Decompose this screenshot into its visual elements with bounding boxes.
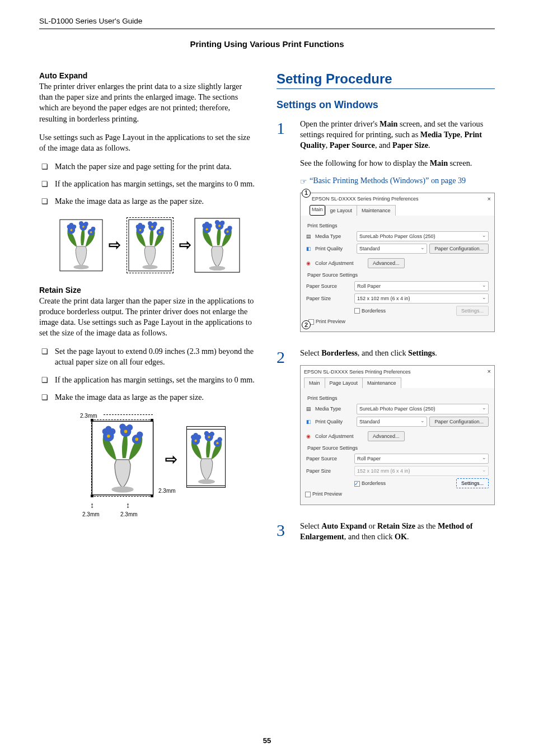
cross-reference-link[interactable]: ☞“Basic Printing Methods (Windows)” on p… xyxy=(300,175,495,186)
paper-configuration-button[interactable]: Paper Configuration... xyxy=(429,417,489,427)
print-quality-label: Print Quality xyxy=(315,418,354,425)
auto-expand-body2: Use settings such as Page Layout in the … xyxy=(39,132,257,153)
borderless-checkbox[interactable]: Borderless xyxy=(354,307,386,314)
retain-size-body: Create the print data larger than the pa… xyxy=(39,296,257,339)
step-text: See the following for how to display the… xyxy=(300,158,495,169)
step-2: 2 Select Borderless, and then click Sett… xyxy=(277,348,495,512)
paper-source-label: Paper Source xyxy=(306,283,352,290)
quality-icon: ◧ xyxy=(306,245,313,252)
media-type-select[interactable]: SureLab Photo Paper Gloss (250) xyxy=(357,231,489,241)
print-quality-select[interactable]: Standard xyxy=(357,417,427,427)
color-adjustment-label: Color Adjustment xyxy=(315,260,366,267)
measure-label: 2.3mm xyxy=(80,413,97,419)
setting-procedure-heading: Setting Procedure xyxy=(277,71,495,89)
measure-label: 2.3mm xyxy=(120,511,138,517)
list-item: Make the image data as large as the pape… xyxy=(39,392,257,403)
breadcrumb: SL-D1000 Series User's Guide xyxy=(39,17,495,29)
maintenance-tab[interactable]: Maintenance xyxy=(357,205,396,216)
list-item: Match the paper size and page setting fo… xyxy=(39,161,257,172)
arrow-icon: ⇨ xyxy=(164,451,179,468)
paper-configuration-button[interactable]: Paper Configuration... xyxy=(429,244,489,254)
measure-label: 2.3mm xyxy=(158,488,176,494)
color-icon: ◉ xyxy=(306,260,313,267)
color-icon: ◉ xyxy=(306,433,313,440)
vase-image xyxy=(194,217,240,273)
auto-expand-figure: ⇨ ⇨ xyxy=(39,217,257,273)
step-3: 3 Select Auto Expand or Retain Size as t… xyxy=(277,521,495,549)
maintenance-tab[interactable]: Maintenance xyxy=(362,377,401,388)
quality-icon: ◧ xyxy=(306,418,313,425)
step-text: Select Auto Expand or Retain Size as the… xyxy=(300,521,495,542)
step-number: 3 xyxy=(277,521,292,549)
settings-on-windows-heading: Settings on Windows xyxy=(277,99,495,111)
printing-preferences-screenshot: 1 2 EPSON SL-DXXXX Series Printing Prefe… xyxy=(300,193,495,332)
left-column: Auto Expand The printer driver enlarges … xyxy=(39,71,257,557)
retain-size-heading: Retain Size xyxy=(39,286,257,295)
step-text: Open the printer driver's Main screen, a… xyxy=(300,119,495,151)
list-item: Make the image data as large as the pape… xyxy=(39,196,257,207)
close-icon[interactable]: × xyxy=(488,195,491,203)
callout-1: 1 xyxy=(302,189,311,198)
advanced-button[interactable]: Advanced... xyxy=(368,258,405,268)
page-layout-tab[interactable]: Page Layout xyxy=(325,377,363,388)
borderless-checkbox[interactable]: Borderless xyxy=(354,480,386,487)
media-icon: ▤ xyxy=(306,405,313,412)
auto-expand-list: Match the paper size and page setting fo… xyxy=(39,161,257,207)
auto-expand-heading: Auto Expand xyxy=(39,71,257,80)
print-quality-label: Print Quality xyxy=(315,245,354,252)
advanced-button[interactable]: Advanced... xyxy=(368,431,405,441)
arrow-icon: ⇨ xyxy=(178,236,193,254)
group-title: Print Settings xyxy=(307,222,489,229)
print-quality-select[interactable]: Standard xyxy=(357,244,427,254)
media-type-label: Media Type xyxy=(315,405,354,412)
paper-size-label: Paper Size xyxy=(306,295,352,302)
page-layout-tab[interactable]: ge Layout xyxy=(325,205,358,216)
print-preview-checkbox[interactable]: Print Preview xyxy=(305,491,342,497)
media-type-select[interactable]: SureLab Photo Paper Gloss (250) xyxy=(357,404,489,414)
retain-size-list: Set the page layout to extend 0.09 inche… xyxy=(39,346,257,403)
paper-size-label: Paper Size xyxy=(306,468,352,474)
settings-button[interactable]: Settings... xyxy=(456,478,489,488)
list-item: If the application has margin settings, … xyxy=(39,179,257,189)
color-adjustment-label: Color Adjustment xyxy=(315,433,366,440)
paper-size-select[interactable]: 152 x 102 mm (6 x 4 in) xyxy=(354,293,489,304)
measure-label: 2.3mm xyxy=(82,511,100,517)
media-type-label: Media Type xyxy=(315,233,354,240)
paper-source-select[interactable]: Roll Paper xyxy=(354,454,489,464)
window-title: EPSON SL-DXXXX Series Printing Preferenc… xyxy=(304,368,411,375)
vase-image xyxy=(128,219,172,272)
paper-size-select[interactable]: 152 x 102 mm (6 x 4 in) xyxy=(354,466,489,476)
group-title: Paper Source Settings xyxy=(307,272,489,278)
media-icon: ▤ xyxy=(306,233,313,240)
page-number: 55 xyxy=(0,736,534,745)
main-tab[interactable]: Main xyxy=(310,205,325,216)
settings-button[interactable]: Settings... xyxy=(456,306,489,316)
right-column: Setting Procedure Settings on Windows 1 … xyxy=(277,71,495,557)
step-text: Select Borderless, and then click Settin… xyxy=(300,348,495,358)
vase-image xyxy=(59,219,103,272)
paper-source-select[interactable]: Roll Paper xyxy=(354,281,489,291)
auto-expand-body: The printer driver enlarges the print da… xyxy=(39,81,257,124)
window-title: EPSON SL-DXXXX Series Printing Preferenc… xyxy=(312,195,419,202)
section-heading: Printing Using Various Print Functions xyxy=(39,39,495,49)
close-icon[interactable]: × xyxy=(488,367,491,376)
pointer-icon: ☞ xyxy=(300,176,307,187)
list-item: If the application has margin settings, … xyxy=(39,375,257,385)
callout-2: 2 xyxy=(302,320,311,329)
step-1: 1 Open the printer driver's Main screen,… xyxy=(277,119,495,340)
paper-source-label: Paper Source xyxy=(306,455,352,462)
arrow-icon: ⇨ xyxy=(107,236,122,254)
print-preview-checkbox[interactable]: Print Preview xyxy=(308,318,345,325)
step-number: 2 xyxy=(277,348,292,512)
list-item: Set the page layout to extend 0.09 inche… xyxy=(39,346,257,367)
main-tab[interactable]: Main xyxy=(304,377,325,388)
retain-size-figure: 2.3mm ⇨ 2.3mm ↕ ↕ 2.3mm 2.3mm xyxy=(70,413,227,519)
step-number: 1 xyxy=(277,119,292,340)
printing-preferences-screenshot: EPSON SL-DXXXX Series Printing Preferenc… xyxy=(300,365,495,505)
group-title: Print Settings xyxy=(307,395,489,402)
group-title: Paper Source Settings xyxy=(307,445,489,451)
